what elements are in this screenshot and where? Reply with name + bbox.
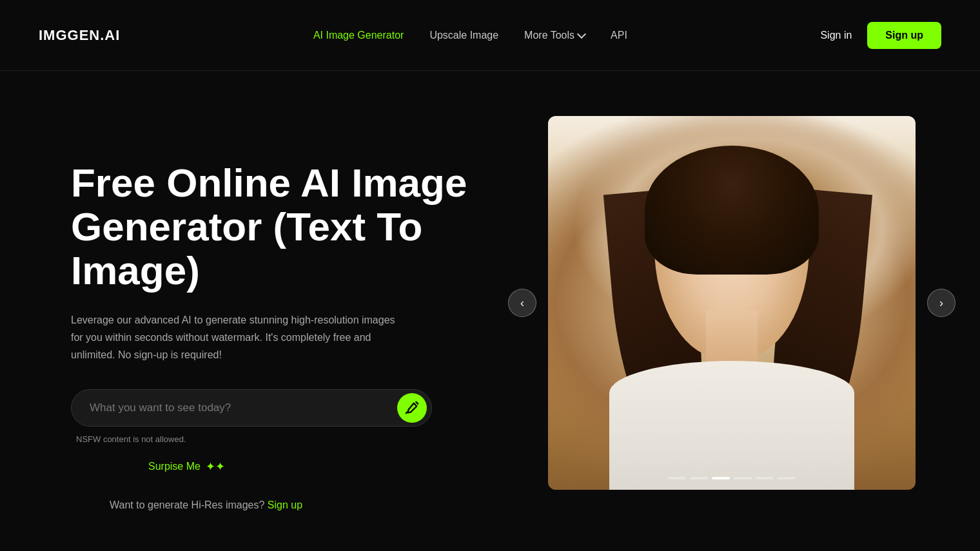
hero-subtitle: Leverage our advanced AI to generate stu…	[71, 311, 406, 364]
wand-icon	[405, 401, 419, 415]
signup-button[interactable]: Sign up	[867, 22, 941, 49]
nav-upscale-image[interactable]: Upscale Image	[429, 30, 498, 41]
hero-section: Free Online AI Image Generator (Text To …	[0, 71, 980, 551]
carousel-prev-button[interactable]: ‹	[508, 289, 536, 317]
nav-api[interactable]: API	[611, 30, 627, 41]
search-container	[71, 389, 432, 427]
nsfw-notice: NSFW content is not allowed.	[76, 434, 522, 444]
generate-button[interactable]	[397, 393, 427, 423]
carousel-dots	[668, 477, 796, 479]
nav-links: AI Image Generator Upscale Image More To…	[313, 30, 627, 41]
hi-res-cta: Want to generate Hi-Res images? Sign up	[110, 499, 522, 511]
portrait-shirt	[609, 361, 854, 490]
navbar: IMGGEN.AI AI Image Generator Upscale Ima…	[0, 0, 980, 71]
svg-line-1	[406, 412, 407, 414]
carousel-dot-5[interactable]	[756, 477, 774, 479]
carousel-dot-1[interactable]	[668, 477, 686, 479]
carousel-dot-6[interactable]	[778, 477, 796, 479]
surprise-me-button[interactable]: Surpise Me ✦✦	[148, 459, 225, 474]
carousel-dot-4[interactable]	[734, 477, 752, 479]
signin-button[interactable]: Sign in	[820, 30, 852, 41]
sparkle-icon: ✦✦	[206, 459, 225, 474]
chevron-down-icon	[577, 30, 586, 39]
carousel-dot-3[interactable]	[712, 477, 730, 479]
hero-title: Free Online AI Image Generator (Text To …	[71, 161, 471, 293]
hi-res-signup-link[interactable]: Sign up	[268, 499, 302, 510]
hero-left-content: Free Online AI Image Generator (Text To …	[71, 122, 522, 511]
nav-auth-buttons: Sign in Sign up	[820, 22, 941, 49]
search-input[interactable]	[71, 389, 432, 427]
nav-ai-image-generator[interactable]: AI Image Generator	[313, 30, 404, 41]
portrait-hair-top	[645, 146, 819, 275]
hero-image-section: ‹	[522, 116, 941, 490]
carousel-next-button[interactable]: ›	[927, 289, 956, 317]
svg-line-0	[416, 402, 418, 404]
nav-more-tools[interactable]: More Tools	[524, 30, 585, 41]
image-carousel	[548, 116, 916, 490]
carousel-dot-2[interactable]	[690, 477, 708, 479]
brand-logo[interactable]: IMGGEN.AI	[39, 27, 120, 44]
portrait-background	[548, 116, 916, 490]
